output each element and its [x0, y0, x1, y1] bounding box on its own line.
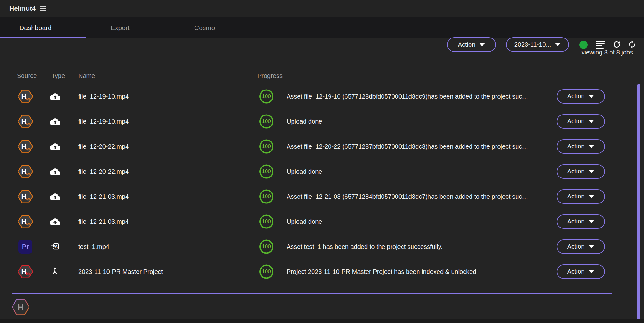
- app-window: Helmut4 Dashboard Export Cosmo Action 20…: [0, 0, 644, 323]
- helmut-cosmo-source-icon: H co: [18, 190, 33, 203]
- type-cell: A: [50, 241, 60, 252]
- row-action-dropdown-button[interactable]: Action: [557, 214, 605, 229]
- source-cell: H co: [18, 165, 33, 178]
- bottom-edge: [0, 319, 644, 323]
- progress-value: 100: [262, 244, 271, 250]
- chevron-down-icon: [555, 43, 561, 46]
- row-action-dropdown-button[interactable]: Action: [557, 89, 605, 104]
- tab-dashboard[interactable]: Dashboard: [19, 17, 52, 38]
- row-action-label: Action: [567, 168, 585, 175]
- type-cell: [50, 141, 60, 152]
- progress-value: 100: [262, 193, 271, 200]
- job-status-message: Upload done: [287, 218, 322, 225]
- chevron-down-icon: [589, 170, 594, 173]
- job-status-message: Upload done: [287, 168, 322, 175]
- type-cell: [50, 191, 60, 202]
- row-action-dropdown-button[interactable]: Action: [557, 264, 605, 279]
- job-name: file_12-20-22.mp4: [78, 143, 129, 150]
- helmut4-logo-icon: H: [12, 298, 30, 316]
- job-status-message: Asset test_1 has been added to the proje…: [287, 243, 443, 250]
- chevron-down-icon: [589, 195, 594, 198]
- row-action-dropdown-button[interactable]: Action: [557, 164, 605, 179]
- sync-icon[interactable]: [628, 40, 636, 49]
- row-action-dropdown-button[interactable]: Action: [557, 189, 605, 204]
- chevron-down-icon: [479, 43, 485, 46]
- row-action-label: Action: [567, 143, 585, 150]
- progress-ring: 100: [259, 139, 273, 153]
- row-action-label: Action: [567, 268, 585, 275]
- job-name: file_12-19-10.mp4: [78, 118, 129, 125]
- footer-logo-letter: H: [18, 302, 24, 312]
- progress-ring: 100: [259, 264, 273, 279]
- svg-text:co: co: [26, 121, 30, 125]
- type-cell: [50, 91, 60, 102]
- source-cell: H co: [18, 215, 33, 228]
- source-cell: Pr: [18, 240, 33, 254]
- type-cell: [50, 216, 60, 227]
- progress-ring: 100: [259, 214, 273, 228]
- table-row: H co file_12-20-22.mp4 100 Upload done A…: [12, 159, 612, 184]
- refresh-icon[interactable]: [612, 40, 621, 49]
- job-status-message: Asset file_12-20-22 (65771287bfd05700011…: [287, 143, 528, 150]
- svg-text:hk: hk: [26, 272, 30, 275]
- chevron-down-icon: [589, 95, 594, 98]
- tab-bar: Dashboard Export Cosmo Action 2023-11-10…: [0, 17, 644, 38]
- svg-text:co: co: [26, 96, 30, 100]
- job-name: file_12-21-03.mp4: [78, 193, 129, 200]
- progress-value: 100: [262, 269, 271, 275]
- job-name: file_12-21-03.mp4: [78, 218, 129, 225]
- helmut-cosmo-source-icon: H co: [18, 90, 33, 103]
- svg-text:co: co: [26, 146, 30, 150]
- progress-ring: 100: [259, 164, 273, 178]
- row-action-label: Action: [567, 243, 585, 250]
- tab-cosmo[interactable]: Cosmo: [194, 17, 215, 38]
- job-name: file_12-19-10.mp4: [78, 93, 129, 100]
- cloud-upload-icon: [50, 91, 60, 102]
- row-action-dropdown-button[interactable]: Action: [557, 239, 605, 254]
- row-action-dropdown-button[interactable]: Action: [557, 114, 605, 129]
- chevron-down-icon: [589, 120, 594, 123]
- jobs-count-summary: viewing 8 of 8 jobs: [581, 49, 633, 56]
- jobs-table: Source Type Name Progress H co fil: [12, 67, 612, 284]
- row-action-dropdown-button[interactable]: Action: [557, 139, 605, 154]
- progress-ring: 100: [259, 114, 273, 128]
- chevron-down-icon: [589, 220, 594, 223]
- progress-value: 100: [262, 143, 271, 150]
- job-name: test_1.mp4: [78, 243, 109, 250]
- footer-divider: [12, 293, 612, 294]
- progress-value: 100: [262, 118, 271, 125]
- helmut-housekeeper-source-icon: H hk: [18, 265, 33, 279]
- app-title: Helmut4: [9, 5, 36, 12]
- progress-value: 100: [262, 93, 271, 100]
- table-row: H co file_12-19-10.mp4 100 Asset file_12…: [12, 84, 612, 109]
- column-header-name: Name: [78, 72, 95, 79]
- hamburger-menu-icon[interactable]: [40, 6, 46, 11]
- source-cell: H co: [18, 190, 33, 203]
- table-row: H co file_12-20-22.mp4 100 Asset file_12…: [12, 134, 612, 159]
- action-dropdown-label: Action: [458, 41, 475, 48]
- tab-export-label: Export: [111, 24, 130, 32]
- progress-ring: 100: [259, 189, 273, 203]
- table-body: H co file_12-19-10.mp4 100 Asset file_12…: [12, 84, 612, 284]
- svg-text:A: A: [55, 244, 58, 249]
- row-action-label: Action: [567, 93, 585, 100]
- chevron-down-icon: [589, 270, 594, 273]
- progress-value: 100: [262, 168, 271, 175]
- table-row: H co file_12-21-03.mp4 100 Upload done A…: [12, 209, 612, 234]
- helmut-cosmo-source-icon: H co: [18, 215, 33, 228]
- svg-text:co: co: [26, 197, 30, 200]
- job-name: 2023-11-10-PR Master Project: [78, 268, 163, 275]
- date-filter-dropdown[interactable]: 2023-11-10...: [506, 37, 569, 52]
- helmut-cosmo-source-icon: H co: [18, 165, 33, 178]
- progress-value: 100: [262, 218, 271, 225]
- table-row: H co file_12-19-10.mp4 100 Upload done A…: [12, 109, 612, 134]
- progress-ring: 100: [259, 89, 273, 103]
- merge-up-icon: [50, 266, 60, 276]
- job-status-message: Asset file_12-21-03 (65771284bfd05700011…: [287, 193, 528, 200]
- job-status-message: Asset file_12-19-10 (6577128dbfd05700011…: [287, 93, 528, 100]
- log-list-icon[interactable]: [596, 41, 605, 50]
- tab-export[interactable]: Export: [111, 17, 130, 38]
- vertical-scrollbar-thumb[interactable]: [637, 84, 640, 323]
- action-dropdown-button[interactable]: Action: [447, 37, 496, 52]
- active-tab-indicator: [0, 37, 86, 38]
